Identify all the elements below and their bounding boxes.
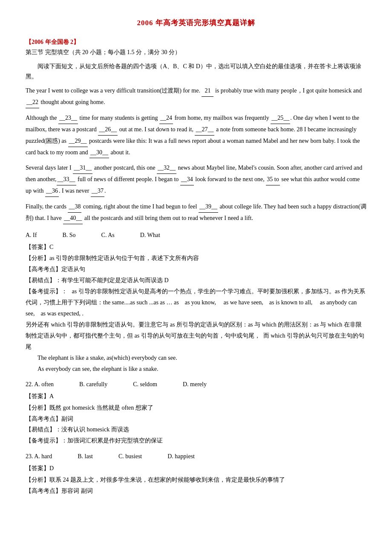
q22-opt-b: B. carefully (79, 379, 107, 390)
blank-35: 35 to (266, 174, 280, 185)
q21-opt-a: A. If (26, 230, 37, 240)
q23-opt-c: C. busiest (118, 451, 142, 462)
q21-opt-b: B. So (62, 230, 75, 240)
q23-analysis: 【分析】联系 24 题及上文，对很多学生来说，在想家的时候能够收到来信，肯定是最… (26, 474, 366, 497)
blank-37: __37 (91, 185, 104, 197)
blank-32: __32__ (157, 162, 176, 174)
blank-26: __26__ (98, 124, 118, 136)
question-22: 22. A. often B. carefully C. seldom D. m… (26, 379, 366, 446)
q23-options: 23. A. hard B. last C. busiest D. happie… (26, 451, 366, 462)
q23-opt-d: D. happiest (167, 451, 195, 462)
q23-answer: 【答案】D (26, 463, 366, 474)
question-21: A. If B. So C. As D. What 【答案】C 【分析】as 引… (26, 230, 366, 374)
passage-intro: 阅读下面短文，从短文后所给各题的四个选项（A、B、C 和 D）中，选出可以填入空… (26, 61, 366, 82)
blank-31: __31__ (73, 162, 92, 174)
section-header: 第三节 完型填空（共 20 小题；每小题 1.5 分，满分 30 分） (26, 47, 366, 58)
q22-options: 22. A. often B. carefully C. seldom D. m… (26, 379, 366, 390)
q23-opt-a: 23. A. hard (26, 451, 52, 462)
q22-answer: 【答案】A (26, 391, 366, 402)
q21-answer: 【答案】C (26, 242, 366, 252)
blank-29: __29__ (68, 136, 88, 147)
page-title: 2006 年高考英语完形填空真题详解 (26, 17, 366, 29)
q22-analysis: 【分析】既然 got homesick 当然就是 often 想家了 【高考考点… (26, 402, 366, 447)
passage-p1: The year I went to college was a very di… (26, 85, 366, 108)
year-tag: 【2006 年全国卷 2】 (26, 37, 366, 47)
blank-24: __24 (159, 113, 173, 124)
blank-38: __38 (68, 201, 81, 213)
q21-opt-d: D. What (140, 230, 160, 240)
q22-opt-c: C. seldom (133, 379, 157, 390)
blank-27: __27__ (195, 124, 214, 136)
blank-23: __23__ (58, 113, 78, 124)
q21-example1: The elephant is like a snake, as(which) … (26, 353, 366, 363)
blank-21: 21 (202, 85, 213, 97)
blank-39: __39__ (199, 201, 218, 213)
passage-p4: Finally, the cards __38 coming, right ab… (26, 201, 366, 224)
q21-opt-c: C. As (101, 230, 115, 240)
passage-p2: Although the __23__ time for many studen… (26, 113, 366, 159)
blank-22: __22 (26, 97, 39, 108)
passage-p3: Several days later I __31__ another post… (26, 162, 366, 197)
q21-example2: As everybody can see, the elephant is li… (26, 364, 366, 374)
blank-33: __33__ (57, 174, 76, 185)
blank-34: __34 (180, 174, 194, 185)
blank-30: __30__ (89, 147, 109, 159)
blank-25: __25__ (271, 113, 290, 124)
blank-40: __40__ (63, 213, 83, 224)
question-23: 23. A. hard B. last C. busiest D. happie… (26, 451, 366, 496)
blank-36: __36 (45, 185, 59, 197)
q21-options: A. If B. So C. As D. What (26, 230, 366, 240)
q22-opt-d: D. merely (183, 379, 207, 390)
q23-opt-b: B. last (78, 451, 93, 462)
q22-opt-a: 22. A. often (26, 379, 54, 390)
q21-analysis: 【分析】as 引导的非限制性定语从句位于句首，表述下文所有内容 【高考考点】定语… (26, 253, 366, 352)
